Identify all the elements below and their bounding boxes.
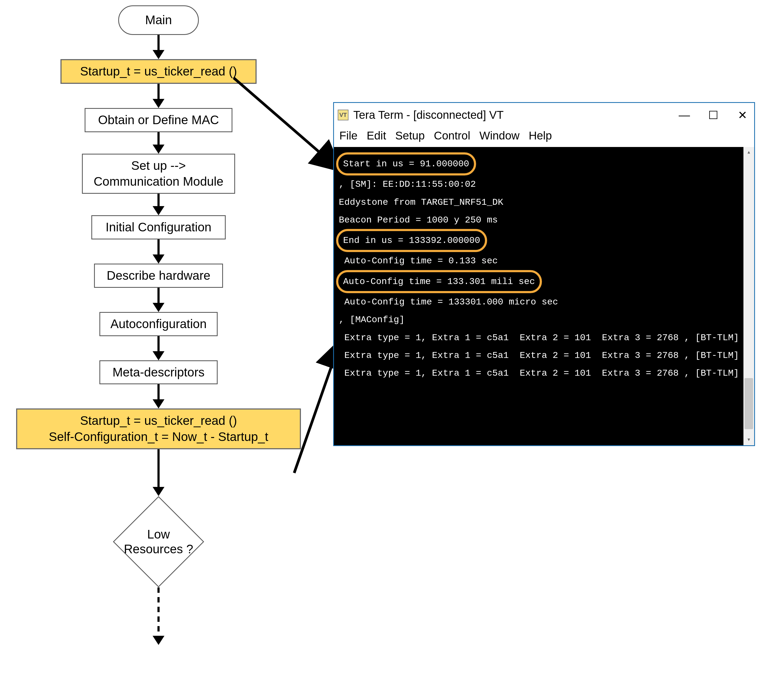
arrow-head (153, 144, 165, 154)
highlight-end-us: End in us = 133392.000000 (336, 229, 487, 252)
arrow (157, 336, 160, 351)
terminal-window: VT Tera Term - [disconnected] VT — ☐ ✕ F… (333, 102, 755, 446)
process-obtain-mac: Obtain or Define MAC (85, 108, 233, 132)
process-label: Autoconfiguration (111, 316, 207, 332)
window-titlebar[interactable]: VT Tera Term - [disconnected] VT — ☐ ✕ (334, 103, 754, 127)
process-label: Obtain or Define MAC (98, 112, 219, 128)
arrow (157, 84, 160, 99)
arrow-head (153, 351, 165, 360)
menu-window[interactable]: Window (480, 129, 519, 142)
process-initial-config: Initial Configuration (91, 215, 226, 239)
terminal-line: Extra type = 1, Extra 1 = c5a1 Extra 2 =… (339, 329, 749, 347)
process-label: Describe hardware (107, 268, 210, 284)
terminal-line: Auto-Config time = 0.133 sec (339, 252, 749, 270)
scrollbar[interactable]: ▴ ▾ (744, 147, 754, 445)
decision-line2: Resources ? (124, 542, 193, 556)
app-icon: VT (338, 109, 348, 120)
process-label-line2: Self-Configuration_t = Now_t - Startup_t (49, 429, 268, 445)
arrow (157, 449, 160, 487)
menu-setup[interactable]: Setup (395, 129, 425, 142)
terminal-line: Extra type = 1, Extra 1 = c5a1 Extra 2 =… (339, 347, 749, 364)
process-setup-comm: Set up --> Communication Module (82, 154, 235, 194)
process-autoconfig: Autoconfiguration (100, 312, 218, 336)
arrow-head (153, 487, 165, 496)
scroll-thumb[interactable] (744, 378, 753, 429)
process-label: Startup_t = us_ticker_read () (80, 63, 237, 79)
minimize-button[interactable]: — (676, 107, 692, 123)
close-button[interactable]: ✕ (734, 107, 750, 123)
arrow (157, 288, 160, 303)
menu-edit[interactable]: Edit (367, 129, 386, 142)
flowchart: Main Startup_t = us_ticker_read () Obtai… (11, 5, 306, 645)
arrow-head (153, 636, 165, 645)
arrow (157, 384, 160, 399)
arrow-head (153, 303, 165, 312)
terminal-body[interactable]: Start in us = 91.000000 , [SM]: EE:DD:11… (334, 147, 754, 445)
menubar: File Edit Setup Control Window Help (334, 127, 754, 147)
process-startup-read: Startup_t = us_ticker_read () (60, 59, 256, 84)
arrow-head (153, 50, 165, 59)
decision-label: Low Resources ? (113, 496, 204, 588)
app-icon-text: VT (339, 111, 347, 119)
terminal-line: Extra type = 1, Extra 1 = c5a1 Extra 2 =… (339, 364, 749, 382)
scroll-down-icon[interactable]: ▾ (744, 434, 754, 445)
menu-control[interactable]: Control (434, 129, 470, 142)
terminal-line: , [SM]: EE:DD:11:55:00:02 (339, 176, 749, 193)
process-meta-descriptors: Meta-descriptors (100, 360, 218, 385)
arrow-head (153, 206, 165, 215)
menu-help[interactable]: Help (529, 129, 552, 142)
process-label-line1: Startup_t = us_ticker_read () (80, 413, 237, 429)
terminator-label: Main (145, 12, 172, 28)
process-label: Meta-descriptors (112, 364, 205, 380)
process-label-line1: Set up --> (131, 158, 186, 174)
arrow (157, 132, 160, 144)
arrow-head (153, 99, 165, 108)
process-label: Initial Configuration (106, 219, 212, 235)
maximize-button[interactable]: ☐ (705, 107, 722, 123)
arrow (157, 35, 160, 50)
arrow (157, 239, 160, 255)
process-label-line2: Communication Module (93, 174, 223, 190)
process-self-config-time: Startup_t = us_ticker_read () Self-Confi… (16, 409, 301, 449)
arrow-dashed (157, 588, 160, 636)
decision-low-resources: Low Resources ? (113, 496, 204, 588)
terminal-line: Auto-Config time = 133301.000 micro sec (339, 293, 749, 311)
window-title: Tera Term - [disconnected] VT (353, 109, 503, 122)
arrow (157, 194, 160, 206)
terminal-line: Eddystone from TARGET_NRF51_DK (339, 193, 749, 211)
arrow-head (153, 399, 165, 409)
scroll-up-icon[interactable]: ▴ (744, 147, 754, 158)
window-controls: — ☐ ✕ (676, 107, 750, 123)
arrow-head (153, 255, 165, 264)
terminator-main: Main (118, 5, 199, 35)
terminal-line: , [MAConfig] (339, 311, 749, 329)
highlight-autoconfig-ms: Auto-Config time = 133.301 mili sec (336, 270, 542, 293)
decision-line1: Low (147, 527, 170, 541)
process-describe-hw: Describe hardware (94, 264, 223, 288)
menu-file[interactable]: File (339, 129, 358, 142)
highlight-start-us: Start in us = 91.000000 (336, 152, 476, 176)
terminal-line: Beacon Period = 1000 y 250 ms (339, 211, 749, 229)
